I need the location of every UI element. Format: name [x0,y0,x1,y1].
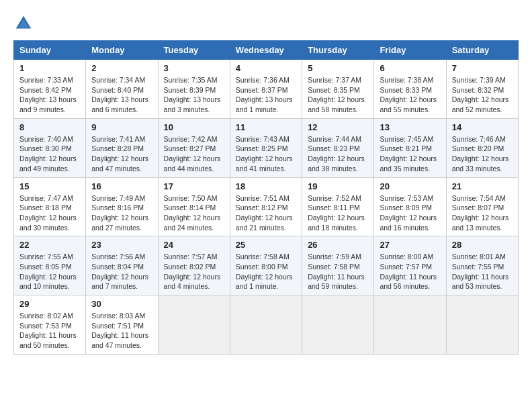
day-number: 26 [308,240,368,250]
day-number: 25 [236,240,296,250]
day-number: 14 [452,122,513,132]
day-info: Sunrise: 7:34 AM Sunset: 8:40 PM Dayligh… [91,75,152,115]
day-info: Sunrise: 7:56 AM Sunset: 8:04 PM Dayligh… [91,252,152,291]
day-info: Sunrise: 7:59 AM Sunset: 7:58 PM Dayligh… [308,252,368,291]
day-info: Sunrise: 7:54 AM Sunset: 8:07 PM Dayligh… [452,193,513,233]
day-number: 7 [452,63,513,73]
day-number: 16 [91,181,152,191]
header-saturday: Saturday [446,41,518,60]
day-number: 24 [164,240,224,250]
day-info: Sunrise: 8:01 AM Sunset: 7:55 PM Dayligh… [452,252,513,291]
day-number: 10 [164,122,224,132]
calendar-cell: 1 Sunrise: 7:33 AM Sunset: 8:42 PM Dayli… [14,60,86,119]
day-info: Sunrise: 7:51 AM Sunset: 8:12 PM Dayligh… [236,193,296,233]
day-number: 27 [380,240,440,250]
calendar-cell: 12 Sunrise: 7:44 AM Sunset: 8:23 PM Dayl… [302,118,374,177]
day-number: 19 [308,181,368,191]
calendar-week-row: 22 Sunrise: 7:55 AM Sunset: 8:05 PM Dayl… [14,236,519,295]
day-number: 18 [236,181,296,191]
calendar-cell: 24 Sunrise: 7:57 AM Sunset: 8:02 PM Dayl… [158,236,230,295]
calendar-table: SundayMondayTuesdayWednesdayThursdayFrid… [13,40,519,355]
header-sunday: Sunday [14,41,86,60]
day-info: Sunrise: 7:42 AM Sunset: 8:27 PM Dayligh… [164,134,224,174]
calendar-cell: 27 Sunrise: 8:00 AM Sunset: 7:57 PM Dayl… [374,236,446,295]
day-info: Sunrise: 7:57 AM Sunset: 8:02 PM Dayligh… [164,252,224,291]
day-info: Sunrise: 7:43 AM Sunset: 8:25 PM Dayligh… [236,134,296,174]
calendar-week-row: 8 Sunrise: 7:40 AM Sunset: 8:30 PM Dayli… [14,118,519,177]
calendar-cell: 28 Sunrise: 8:01 AM Sunset: 7:55 PM Dayl… [446,236,518,295]
day-number: 11 [236,122,296,132]
day-number: 12 [308,122,368,132]
day-info: Sunrise: 8:00 AM Sunset: 7:57 PM Dayligh… [380,252,440,291]
day-number: 29 [19,299,80,309]
calendar-cell: 19 Sunrise: 7:52 AM Sunset: 8:11 PM Dayl… [302,177,374,236]
logo [13,13,38,34]
day-info: Sunrise: 7:35 AM Sunset: 8:39 PM Dayligh… [164,75,224,115]
day-info: Sunrise: 7:49 AM Sunset: 8:16 PM Dayligh… [91,193,152,233]
day-info: Sunrise: 7:41 AM Sunset: 8:28 PM Dayligh… [91,134,152,174]
day-number: 20 [380,181,440,191]
day-number: 21 [452,181,513,191]
day-number: 5 [308,63,368,73]
calendar-cell [302,295,374,355]
header-tuesday: Tuesday [158,41,230,60]
day-info: Sunrise: 8:03 AM Sunset: 7:51 PM Dayligh… [91,311,152,351]
day-info: Sunrise: 7:44 AM Sunset: 8:23 PM Dayligh… [308,134,368,174]
calendar-cell: 2 Sunrise: 7:34 AM Sunset: 8:40 PM Dayli… [86,60,158,119]
day-info: Sunrise: 7:33 AM Sunset: 8:42 PM Dayligh… [19,75,80,115]
day-info: Sunrise: 7:37 AM Sunset: 8:35 PM Dayligh… [308,75,368,115]
day-info: Sunrise: 7:46 AM Sunset: 8:20 PM Dayligh… [452,134,513,174]
day-info: Sunrise: 7:52 AM Sunset: 8:11 PM Dayligh… [308,193,368,233]
calendar-cell [446,295,518,355]
day-number: 2 [91,63,152,73]
calendar-cell: 30 Sunrise: 8:03 AM Sunset: 7:51 PM Dayl… [86,295,158,355]
calendar-cell: 20 Sunrise: 7:53 AM Sunset: 8:09 PM Dayl… [374,177,446,236]
day-info: Sunrise: 7:50 AM Sunset: 8:14 PM Dayligh… [164,193,224,233]
day-number: 17 [164,181,224,191]
header-wednesday: Wednesday [230,41,302,60]
day-number: 22 [19,240,80,250]
day-info: Sunrise: 8:02 AM Sunset: 7:53 PM Dayligh… [19,311,80,351]
calendar-cell: 22 Sunrise: 7:55 AM Sunset: 8:05 PM Dayl… [14,236,86,295]
calendar-cell: 23 Sunrise: 7:56 AM Sunset: 8:04 PM Dayl… [86,236,158,295]
calendar-cell: 25 Sunrise: 7:58 AM Sunset: 8:00 PM Dayl… [230,236,302,295]
day-number: 28 [452,240,513,250]
calendar-cell: 26 Sunrise: 7:59 AM Sunset: 7:58 PM Dayl… [302,236,374,295]
day-info: Sunrise: 7:38 AM Sunset: 8:33 PM Dayligh… [380,75,440,115]
calendar-cell: 7 Sunrise: 7:39 AM Sunset: 8:32 PM Dayli… [446,60,518,119]
day-number: 4 [236,63,296,73]
calendar-cell: 18 Sunrise: 7:51 AM Sunset: 8:12 PM Dayl… [230,177,302,236]
calendar-header-row: SundayMondayTuesdayWednesdayThursdayFrid… [14,41,519,60]
day-info: Sunrise: 7:47 AM Sunset: 8:18 PM Dayligh… [19,193,80,233]
logo-icon [13,13,34,34]
day-number: 30 [91,299,152,309]
page-header [13,13,519,34]
calendar-cell: 21 Sunrise: 7:54 AM Sunset: 8:07 PM Dayl… [446,177,518,236]
day-number: 1 [19,63,80,73]
day-number: 8 [19,122,80,132]
calendar-cell: 14 Sunrise: 7:46 AM Sunset: 8:20 PM Dayl… [446,118,518,177]
day-number: 6 [380,63,440,73]
calendar-cell [374,295,446,355]
calendar-cell: 8 Sunrise: 7:40 AM Sunset: 8:30 PM Dayli… [14,118,86,177]
day-number: 9 [91,122,152,132]
day-number: 13 [380,122,440,132]
calendar-cell: 9 Sunrise: 7:41 AM Sunset: 8:28 PM Dayli… [86,118,158,177]
calendar-week-row: 15 Sunrise: 7:47 AM Sunset: 8:18 PM Dayl… [14,177,519,236]
calendar-week-row: 1 Sunrise: 7:33 AM Sunset: 8:42 PM Dayli… [14,60,519,119]
day-number: 23 [91,240,152,250]
calendar-cell: 11 Sunrise: 7:43 AM Sunset: 8:25 PM Dayl… [230,118,302,177]
day-info: Sunrise: 7:58 AM Sunset: 8:00 PM Dayligh… [236,252,296,291]
calendar-cell: 3 Sunrise: 7:35 AM Sunset: 8:39 PM Dayli… [158,60,230,119]
day-info: Sunrise: 7:53 AM Sunset: 8:09 PM Dayligh… [380,193,440,233]
calendar-cell: 15 Sunrise: 7:47 AM Sunset: 8:18 PM Dayl… [14,177,86,236]
day-info: Sunrise: 7:39 AM Sunset: 8:32 PM Dayligh… [452,75,513,115]
header-monday: Monday [86,41,158,60]
calendar-cell: 13 Sunrise: 7:45 AM Sunset: 8:21 PM Dayl… [374,118,446,177]
calendar-cell: 17 Sunrise: 7:50 AM Sunset: 8:14 PM Dayl… [158,177,230,236]
day-info: Sunrise: 7:40 AM Sunset: 8:30 PM Dayligh… [19,134,80,174]
day-info: Sunrise: 7:45 AM Sunset: 8:21 PM Dayligh… [380,134,440,174]
day-info: Sunrise: 7:55 AM Sunset: 8:05 PM Dayligh… [19,252,80,291]
calendar-cell [230,295,302,355]
calendar-week-row: 29 Sunrise: 8:02 AM Sunset: 7:53 PM Dayl… [14,295,519,355]
